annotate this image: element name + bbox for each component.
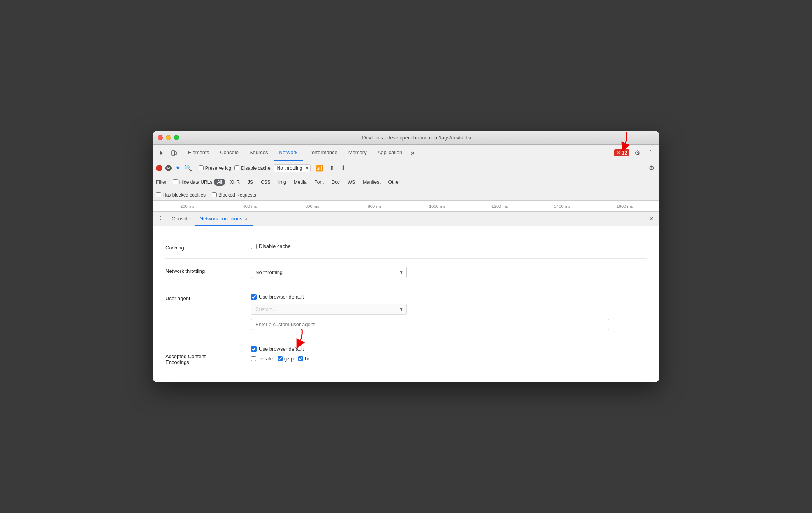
network-throttling-content: No throttling Fast 3G Slow 3G Offline ▼ (251, 267, 647, 278)
drawer-menu-icon[interactable]: ⋮ (155, 215, 167, 223)
download-icon[interactable]: ⬇ (339, 163, 347, 172)
throttle-wrapper: No throttling Fast 3G Slow 3G Offline ▼ (274, 164, 311, 172)
user-agent-row: User agent Use browser default Custom...… (165, 286, 647, 338)
upload-icon[interactable]: ⬆ (328, 163, 336, 172)
devtools-tab-bar: Elements Console Sources Network Perform… (153, 145, 659, 161)
custom-user-agent-input[interactable] (251, 319, 609, 330)
minimize-button[interactable] (166, 135, 171, 140)
br-checkbox[interactable]: br (298, 356, 309, 362)
caching-row: Caching Disable cache (165, 235, 647, 259)
filter-bar: Filter Hide data URLs All XHR JS CSS Img… (153, 175, 659, 189)
filter-ws[interactable]: WS (344, 179, 358, 186)
toolbar-divider (195, 164, 195, 172)
custom-agent-select-wrapper: Custom... ▼ (251, 304, 407, 315)
hide-data-urls-checkbox[interactable]: Hide data URLs (173, 179, 213, 185)
filter-js[interactable]: JS (244, 179, 256, 186)
custom-agent-select[interactable]: Custom... (251, 304, 407, 315)
timeline-marker-1: 400 ms (219, 204, 281, 209)
devtools-window: DevTools - developer.chrome.com/tags/dev… (153, 131, 659, 382)
more-options-icon[interactable]: ⋮ (645, 148, 656, 158)
use-browser-default-enc-checkbox[interactable]: Use browser default (251, 346, 647, 352)
disable-cache-checkbox[interactable]: Disable cache (234, 165, 270, 171)
filter-all-button[interactable]: All (214, 179, 225, 186)
drawer-tab-console[interactable]: Console (167, 212, 195, 226)
filter-icon[interactable]: ▼ (175, 165, 181, 172)
blocked-requests-checkbox[interactable]: Blocked Requests (212, 192, 256, 198)
svg-rect-1 (174, 152, 176, 155)
tab-memory[interactable]: Memory (343, 145, 372, 161)
timeline-marker-0: 200 ms (156, 204, 219, 209)
timeline-bar: 200 ms 400 ms 600 ms 800 ms 1000 ms 1200… (153, 201, 659, 212)
network-throttling-row: Network throttling No throttling Fast 3G… (165, 259, 647, 286)
user-agent-content: Use browser default Custom... ▼ (251, 294, 647, 330)
cursor-icon[interactable] (156, 148, 167, 158)
drawer-tab-bar: ⋮ Console Network conditions × × (153, 212, 659, 226)
tab-elements[interactable]: Elements (183, 145, 214, 161)
more-network-settings-icon[interactable]: ⚙ (647, 163, 656, 172)
devtools-right-icons: ✕ 12 ⚙ ⋮ (614, 148, 656, 158)
titlebar: DevTools - developer.chrome.com/tags/dev… (153, 131, 659, 145)
has-blocked-cookies-checkbox[interactable]: Has blocked cookies (156, 192, 206, 198)
nav-icons (156, 148, 179, 158)
timeline-marker-7: 1600 ms (594, 204, 656, 209)
filter-xhr[interactable]: XHR (227, 179, 243, 186)
settings-icon[interactable]: ⚙ (632, 148, 643, 158)
maximize-button[interactable] (174, 135, 179, 140)
traffic-lights (158, 135, 179, 140)
caching-label: Caching (165, 243, 251, 251)
filter-other[interactable]: Other (385, 179, 403, 186)
record-button[interactable] (156, 165, 162, 171)
gzip-checkbox[interactable]: gzip (278, 356, 294, 362)
timeline-marker-2: 600 ms (281, 204, 344, 209)
tab-network[interactable]: Network (274, 145, 303, 161)
timeline-marker-6: 1400 ms (531, 204, 594, 209)
user-agent-label: User agent (165, 294, 251, 301)
timeline-marker-3: 800 ms (344, 204, 406, 209)
drawer-tab-network-conditions[interactable]: Network conditions × (195, 212, 253, 226)
accepted-encodings-row: Accepted Content- Encodings Use browser … (165, 338, 647, 373)
network-throttle-select[interactable]: No throttling Fast 3G Slow 3G Offline (251, 267, 407, 278)
devtools-body: Elements Console Sources Network Perform… (153, 145, 659, 382)
accepted-encodings-label: Accepted Content- Encodings (165, 346, 251, 365)
more-tabs-button[interactable]: » (408, 145, 418, 161)
filter-media[interactable]: Media (291, 179, 310, 186)
network-conditions-panel: Caching Disable cache Network throttling (153, 226, 659, 382)
drawer-close-button[interactable]: × (647, 215, 656, 223)
accepted-encodings-content: Use browser default (251, 346, 647, 362)
network-toolbar: ⊘ ▼ 🔍 Preserve log Disable cache No thro… (153, 161, 659, 175)
close-button[interactable] (158, 135, 163, 140)
wifi-icon[interactable]: 📶 (314, 163, 325, 172)
timeline-marker-5: 1200 ms (469, 204, 531, 209)
deflate-checkbox[interactable]: deflate (251, 356, 273, 362)
use-browser-default-checkbox[interactable]: Use browser default (251, 294, 647, 300)
timeline-marker-4: 1000 ms (406, 204, 469, 209)
filter-doc[interactable]: Doc (329, 179, 343, 186)
drawer-tab-close-icon[interactable]: × (245, 216, 248, 222)
encodings-row: deflate gzip br (251, 356, 647, 362)
tab-application[interactable]: Application (372, 145, 408, 161)
extra-filter-row: Has blocked cookies Blocked Requests (153, 189, 659, 201)
preserve-log-checkbox[interactable]: Preserve log (199, 165, 231, 171)
throttle-select[interactable]: No throttling Fast 3G Slow 3G Offline (274, 164, 311, 172)
window-title: DevTools - developer.chrome.com/tags/dev… (179, 135, 654, 141)
caching-content: Disable cache (251, 243, 647, 249)
filter-font[interactable]: Font (311, 179, 327, 186)
filter-types: Hide data URLs All XHR JS CSS Img Media … (173, 179, 656, 186)
filter-manifest[interactable]: Manifest (360, 179, 383, 186)
device-icon[interactable] (169, 148, 179, 158)
tab-performance[interactable]: Performance (303, 145, 343, 161)
filter-css[interactable]: CSS (258, 179, 274, 186)
tab-console[interactable]: Console (214, 145, 244, 161)
throttle-select-wrapper: No throttling Fast 3G Slow 3G Offline ▼ (251, 267, 407, 278)
error-badge[interactable]: ✕ 12 (614, 149, 629, 156)
clear-button[interactable]: ⊘ (165, 165, 172, 171)
network-throttling-label: Network throttling (165, 267, 251, 274)
bottom-drawer: ⋮ Console Network conditions × × Caching (153, 212, 659, 382)
disable-cache-nc-checkbox[interactable]: Disable cache (251, 243, 647, 249)
filter-img[interactable]: Img (275, 179, 289, 186)
filter-label: Filter (156, 179, 167, 185)
tab-sources[interactable]: Sources (244, 145, 274, 161)
tab-list: Elements Console Sources Network Perform… (183, 145, 614, 161)
search-icon[interactable]: 🔍 (184, 164, 192, 172)
